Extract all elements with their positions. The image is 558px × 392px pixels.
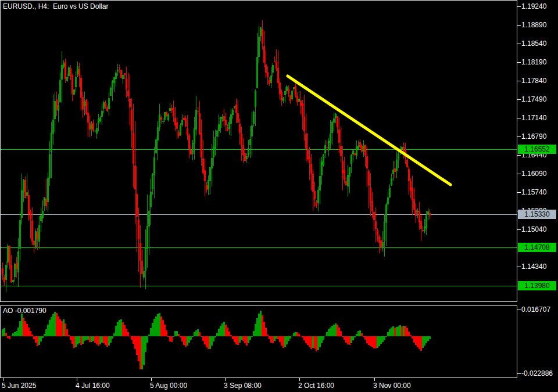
level-price-badge: 1.16552	[518, 145, 556, 154]
price-axis-label: 1.16090	[521, 170, 546, 178]
chart-window: EURUSD., H4: Euro vs US Dollar AO -0.001…	[0, 0, 558, 392]
level-price-badge: 1.13980	[518, 281, 556, 290]
price-axis-label: 1.14340	[521, 262, 546, 271]
price-axis-label: 1.16790	[521, 132, 546, 141]
current-price-badge: 1.15330	[518, 210, 556, 219]
price-axis-label: 1.18190	[521, 58, 546, 67]
ao-indicator-label: AO -0.001790	[3, 307, 46, 315]
price-axis-label: 1.17490	[521, 95, 546, 104]
price-axis-label: 1.18890	[521, 21, 546, 30]
price-axis-label: 1.15040	[521, 225, 546, 234]
ao-axis-min-label: -0.022886	[521, 369, 553, 377]
time-axis-label: 5 Jun 2025	[2, 382, 36, 390]
price-axis-label: 1.19240	[521, 2, 546, 11]
price-axis-label: 1.18540	[521, 39, 546, 48]
time-axis-label: 3 Sep 08:00	[224, 382, 262, 390]
price-axis-label: 1.17140	[521, 114, 546, 123]
price-axis-label: 1.15740	[521, 188, 546, 197]
time-axis-label: 3 Nov 00:00	[373, 382, 411, 390]
time-axis-label: 2 Oct 16:00	[298, 382, 334, 390]
price-axis-label: 1.17840	[521, 77, 546, 85]
time-axis-label: 4 Jul 16:00	[76, 382, 110, 390]
ao-indicator-panel[interactable]	[0, 305, 517, 378]
price-chart-panel[interactable]	[0, 0, 517, 302]
chart-title: EURUSD., H4: Euro vs US Dollar	[3, 2, 108, 10]
ao-axis-max-label: 0.016707	[521, 305, 550, 314]
time-axis-label: 5 Aug 00:00	[150, 382, 187, 390]
level-price-badge: 1.14708	[518, 243, 556, 252]
